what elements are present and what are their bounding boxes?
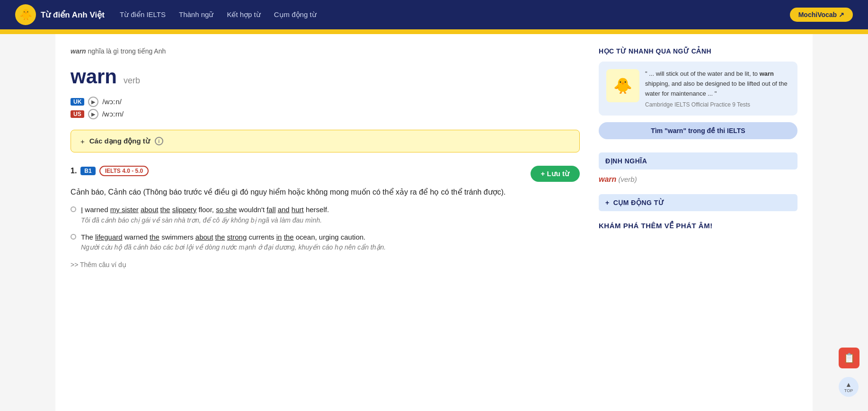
nav-item-cum-dong-tu[interactable]: Cụm động từ xyxy=(274,10,317,19)
scroll-top-button[interactable]: ▲ TOP xyxy=(839,377,859,397)
dinh-nghia-section: ĐỊNH NGHĨA warn (verb) xyxy=(599,152,797,184)
def-header-1: 1. B1 IELTS 4.0 - 5.0 + Lưu từ xyxy=(71,166,580,182)
main-nav: Từ điển IELTS Thành ngữ Kết hợp từ Cụm đ… xyxy=(120,10,775,19)
save-button[interactable]: + Lưu từ xyxy=(531,166,580,182)
pronunciation-section: UK ▶ /wɔːn/ US ▶ /wɔːrn/ xyxy=(71,97,580,119)
bullet-2 xyxy=(71,234,76,240)
breadcrumb-word: warn xyxy=(71,47,86,55)
breadcrumb: warn nghĩa là gì trong tiếng Anh xyxy=(71,47,580,55)
logo-icon: 🐥 xyxy=(15,4,36,25)
def-number-row-1: 1. B1 IELTS 4.0 - 5.0 xyxy=(71,166,149,176)
us-sound-button[interactable]: ▶ xyxy=(88,109,98,119)
word-main: warn xyxy=(71,65,117,88)
nav-item-ket-hop-tu[interactable]: Kết hợp từ xyxy=(227,10,260,19)
context-quote: " ... will stick out of the water and be… xyxy=(645,69,790,98)
nav-item-thanh-ngu[interactable]: Thành ngữ xyxy=(179,10,213,19)
context-text-block: " ... will stick out of the water and be… xyxy=(645,69,790,108)
example-content-1: I warned my sister about the slippery fl… xyxy=(81,205,329,225)
kham-pha-section: KHÁM PHÁ THÊM VỀ PHÁT ÂM! xyxy=(599,222,797,230)
uk-sound-button[interactable]: ▶ xyxy=(88,97,98,107)
example-vi-1: Tôi đã cảnh báo chị gái về sàn nhà trơn,… xyxy=(81,215,329,225)
warn-bold: warn xyxy=(760,70,774,77)
nav-item-ielts[interactable]: Từ điển IELTS xyxy=(120,10,166,19)
yellow-banner xyxy=(0,29,868,34)
dinh-nghia-word[interactable]: warn xyxy=(599,175,616,183)
context-card: 🐥 " ... will stick out of the water and … xyxy=(599,62,797,116)
cum-dong-tu-section: + CỤM ĐỘNG TỪ xyxy=(599,194,797,211)
badge-ielts: IELTS 4.0 - 5.0 xyxy=(99,166,149,176)
example-content-2: The lifeguard warned the swimmers about … xyxy=(81,232,386,253)
hoc-tu-nhanh-section: HỌC TỪ NHANH QUA NGỮ CẢNH 🐥 " ... will s… xyxy=(599,47,797,139)
ielts-search-button[interactable]: Tìm "warn" trong đề thi IELTS xyxy=(599,122,797,139)
hoc-tu-nhanh-title: HỌC TỪ NHANH QUA NGỮ CẢNH xyxy=(599,47,797,55)
cum-dong-tu-plus: + xyxy=(605,199,610,206)
bullet-1 xyxy=(71,206,76,212)
dinh-nghia-word-line: warn (verb) xyxy=(599,175,797,184)
uk-pronunciation: UK ▶ /wɔːn/ xyxy=(71,97,580,107)
verb-forms-plus: + xyxy=(80,137,85,145)
dinh-nghia-title: ĐỊNH NGHĨA xyxy=(599,152,797,170)
verb-forms-label: Các dạng động từ xyxy=(89,137,150,145)
flashcard-icon[interactable]: 📋 xyxy=(839,348,859,368)
example-item-1: I warned my sister about the slippery fl… xyxy=(71,205,580,225)
us-label: US xyxy=(71,110,84,118)
site-name: Từ điển Anh Việt xyxy=(41,10,105,20)
definition-text-1: Cảnh báo, Cảnh cáo (Thông báo trước về đ… xyxy=(71,187,580,198)
kham-pha-title: KHÁM PHÁ THÊM VỀ PHÁT ÂM! xyxy=(599,222,797,230)
uk-pron-text: /wɔːn/ xyxy=(102,98,122,106)
example-vi-2: Người cứu hộ đã cảnh báo các bơi lội về … xyxy=(81,242,386,252)
us-pron-text: /wɔːrn/ xyxy=(102,110,124,118)
example-en-2: The lifeguard warned the swimmers about … xyxy=(81,232,386,243)
def-number-1: 1. xyxy=(71,167,77,175)
definition-1: 1. B1 IELTS 4.0 - 5.0 + Lưu từ Cảnh báo,… xyxy=(71,166,580,268)
header: 🐥 Từ điển Anh Việt Từ điển IELTS Thành n… xyxy=(0,0,868,29)
example-list-1: I warned my sister about the slippery fl… xyxy=(71,205,580,252)
example-item-2: The lifeguard warned the swimmers about … xyxy=(71,232,580,253)
scroll-top-label: TOP xyxy=(844,388,853,393)
word-heading: warn verb xyxy=(71,65,580,88)
dinh-nghia-pos: (verb) xyxy=(619,175,637,183)
right-sidebar: HỌC TỪ NHANH QUA NGỮ CẢNH 🐥 " ... will s… xyxy=(599,34,797,411)
verb-forms-info-icon[interactable]: i xyxy=(155,137,163,145)
context-mascot: 🐥 xyxy=(606,69,639,102)
us-pronunciation: US ▶ /wɔːrn/ xyxy=(71,109,580,119)
uk-label: UK xyxy=(71,98,84,106)
breadcrumb-rest: nghĩa là gì trong tiếng Anh xyxy=(86,47,166,55)
example-en-1: I warned my sister about the slippery fl… xyxy=(81,205,329,215)
left-content: warn nghĩa là gì trong tiếng Anh warn ve… xyxy=(71,34,580,411)
mochivocab-button[interactable]: MochiVocab ↗ xyxy=(790,8,853,22)
cum-dong-tu-label: CỤM ĐỘNG TỪ xyxy=(613,199,664,206)
cum-dong-tu-title[interactable]: + CỤM ĐỘNG TỪ xyxy=(599,194,797,211)
context-source: Cambridge IELTS Official Practice 9 Test… xyxy=(645,101,790,108)
word-pos: verb xyxy=(124,76,140,86)
more-examples-link[interactable]: >> Thêm câu ví dụ xyxy=(71,261,126,268)
badge-b1: B1 xyxy=(80,167,95,175)
main-layout: warn nghĩa là gì trong tiếng Anh warn ve… xyxy=(55,34,813,411)
verb-forms-bar[interactable]: + Các dạng động từ i xyxy=(71,130,580,152)
logo[interactable]: 🐥 Từ điển Anh Việt xyxy=(15,4,105,25)
